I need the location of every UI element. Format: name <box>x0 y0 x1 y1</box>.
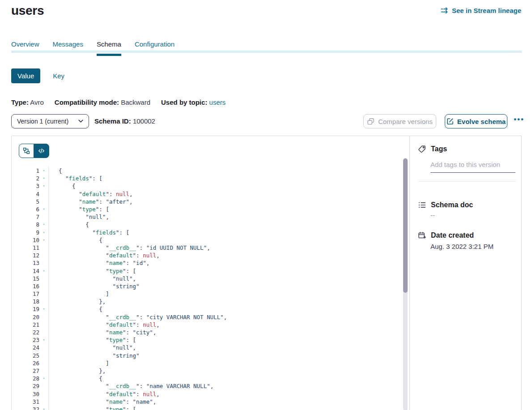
fold-toggle-icon[interactable]: ▾ <box>39 336 48 344</box>
code-text: "__crdb__": "city VARCHAR NOT NULL", <box>48 314 227 320</box>
fold-toggle-icon[interactable]: ▾ <box>39 205 48 213</box>
code-text: "name": "after", <box>48 198 133 205</box>
code-text: "type": [ <box>48 206 109 213</box>
code-view-button[interactable] <box>34 144 49 158</box>
code-line: 25 "string" <box>12 352 400 359</box>
code-line: 11 "__crdb__": "id UUID NOT NULL", <box>12 244 400 252</box>
version-select[interactable]: Version 1 (current) <box>11 114 89 128</box>
compatibility-field: Compatibility mode: Backward <box>55 98 150 106</box>
list-icon <box>418 201 426 209</box>
scrollbar-track[interactable] <box>403 158 408 410</box>
compare-versions-button[interactable]: Compare versions <box>363 114 436 128</box>
fold-toggle-icon[interactable]: ▾ <box>39 267 48 275</box>
line-number: 9 <box>12 229 39 236</box>
line-number: 7 <box>12 214 39 220</box>
line-number: 20 <box>12 314 39 320</box>
code-text: "default": null, <box>48 191 133 197</box>
code-text: ] <box>48 290 109 297</box>
fold-toggle-icon[interactable]: ▾ <box>39 236 48 244</box>
fold-toggle-icon[interactable]: ▾ <box>39 305 48 313</box>
line-number: 14 <box>12 268 39 274</box>
used-by-topic-label: Used by topic: <box>161 98 207 106</box>
code-line: 13 "name": "id", <box>12 259 400 267</box>
line-number: 10 <box>12 237 39 243</box>
line-number: 26 <box>12 360 39 367</box>
add-tags-input[interactable] <box>430 159 515 173</box>
line-number: 22 <box>12 329 39 336</box>
code-text: }, <box>48 298 106 305</box>
fold-toggle-icon[interactable]: ▾ <box>39 229 48 236</box>
code-line: 19▾ { <box>12 305 400 313</box>
code-text: "name": "name", <box>48 398 156 405</box>
code-text: { <box>48 221 89 228</box>
code-line: 14▾ "type": [ <box>12 267 400 274</box>
fold-toggle-icon[interactable]: ▾ <box>39 406 48 410</box>
code-text: "__crdb__": "name VARCHAR NULL", <box>48 383 213 389</box>
page-title: users <box>11 4 44 18</box>
stream-lineage-icon <box>441 7 449 14</box>
code-line: 21 "default": null, <box>12 321 400 329</box>
line-number: 18 <box>12 298 39 305</box>
code-text: { <box>48 375 102 382</box>
tree-view-button[interactable] <box>19 144 34 158</box>
code-line: 2▾ "fields": [ <box>12 175 400 182</box>
line-number: 27 <box>12 367 39 374</box>
fold-toggle-icon[interactable]: ▾ <box>39 221 48 228</box>
code-text: "fields": [ <box>48 229 129 236</box>
code-text: }, <box>48 367 106 374</box>
topic-link[interactable]: users <box>209 98 226 106</box>
line-number: 25 <box>12 352 39 359</box>
tab-bar: Overview Messages Schema Configuration <box>11 38 522 53</box>
stream-lineage-link[interactable]: See in Stream lineage <box>441 7 521 14</box>
tab-underline-track <box>11 51 522 53</box>
line-number: 13 <box>12 260 39 266</box>
fold-toggle-icon[interactable]: ▾ <box>39 175 48 182</box>
code-text: "string" <box>48 283 140 290</box>
code-line: 22 "name": "city", <box>12 329 400 336</box>
evolve-schema-button[interactable]: Evolve schema <box>445 114 507 128</box>
fold-toggle-icon[interactable]: ▾ <box>39 167 48 175</box>
line-number: 30 <box>12 391 39 397</box>
schema-part-toggle: Value Key <box>11 68 64 83</box>
fold-toggle-icon[interactable]: ▾ <box>39 375 48 382</box>
value-toggle-button[interactable]: Value <box>11 68 40 83</box>
code-text: "default": null, <box>48 391 160 397</box>
compare-versions-label: Compare versions <box>378 118 433 125</box>
more-actions-button[interactable]: ••• <box>514 115 524 124</box>
code-line: 18 }, <box>12 298 400 305</box>
code-text: "type": [ <box>48 268 136 274</box>
sidebar-divider <box>418 181 516 182</box>
code-text: ] <box>48 360 109 367</box>
line-number: 15 <box>12 275 39 282</box>
code-line: 24 "null", <box>12 344 400 351</box>
code-line: 32▾ "type": [ <box>12 406 400 410</box>
code-line: 20 "__crdb__": "city VARCHAR NOT NULL", <box>12 313 400 321</box>
line-number: 24 <box>12 344 39 351</box>
version-bar: Version 1 (current) Schema ID: 100002 Co… <box>11 114 522 128</box>
code-line: 5 "name": "after", <box>12 198 400 205</box>
scrollbar-thumb[interactable] <box>403 158 408 293</box>
code-line: 28▾ { <box>12 375 400 382</box>
schema-panel: 1▾{2▾ "fields": [3▾ {4 "default": null,5… <box>11 136 522 410</box>
code-line: 12 "default": null, <box>12 252 400 259</box>
schema-code-viewer: 1▾{2▾ "fields": [3▾ {4 "default": null,5… <box>12 136 410 410</box>
fold-toggle-icon[interactable]: ▾ <box>39 182 48 190</box>
code-text: { <box>48 306 102 312</box>
tags-heading-label: Tags <box>431 145 447 153</box>
code-view-icon <box>38 148 45 154</box>
schema-id-value: 100002 <box>133 117 155 125</box>
line-number: 5 <box>12 198 39 205</box>
code-text: "null", <box>48 214 109 220</box>
code-text: "type": [ <box>48 406 136 410</box>
key-toggle-link[interactable]: Key <box>53 72 64 80</box>
line-number: 16 <box>12 283 39 290</box>
code-line: 1▾{ <box>12 167 400 175</box>
line-number: 23 <box>12 337 39 343</box>
code-line: 26 ] <box>12 359 400 367</box>
line-number: 8 <box>12 221 39 228</box>
line-number: 2 <box>12 175 39 182</box>
code-text: "string" <box>48 352 140 359</box>
code-line: 9▾ "fields": [ <box>12 229 400 236</box>
line-number: 3 <box>12 183 39 189</box>
date-created-heading: Date created <box>418 231 474 239</box>
